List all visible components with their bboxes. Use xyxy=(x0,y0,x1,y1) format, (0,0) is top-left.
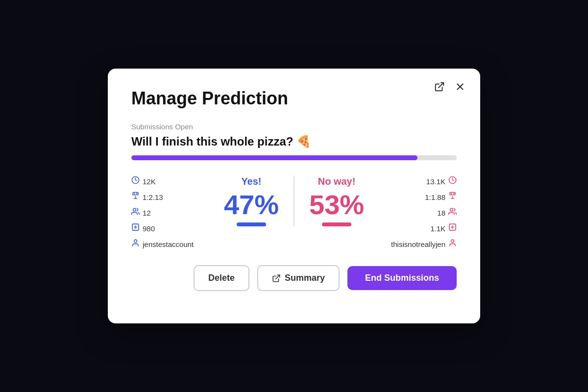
yes-submissions-row: 980 xyxy=(131,223,209,234)
progress-bar-fill xyxy=(131,155,417,160)
yes-topuser-value: jenstestaccount xyxy=(143,240,194,248)
delete-button[interactable]: Delete xyxy=(194,265,249,291)
end-submissions-button[interactable]: End Submissions xyxy=(347,266,457,290)
yes-vote-bar xyxy=(237,222,266,226)
no-points-row: 13.1K xyxy=(426,176,457,187)
action-buttons: Delete Summary End Submissions xyxy=(131,265,457,291)
status-label: Submissions Open xyxy=(131,122,457,131)
yes-ratio-row: 1:2.13 xyxy=(131,192,209,202)
person-yes-icon xyxy=(131,239,140,249)
no-topuser-row: thisisnotreallyjen xyxy=(391,239,457,249)
open-external-button[interactable] xyxy=(433,80,446,95)
clock-no-icon xyxy=(448,176,457,187)
yes-label: Yes! xyxy=(241,176,261,187)
no-submissions-row: 1.1K xyxy=(430,223,457,234)
svg-point-18 xyxy=(451,240,454,243)
no-users-row: 18 xyxy=(437,207,457,218)
no-vote-bar xyxy=(322,222,351,226)
no-submissions-value: 1.1K xyxy=(430,224,445,233)
close-button[interactable] xyxy=(454,80,466,95)
yes-points-row: 12K xyxy=(131,176,209,187)
yes-users-row: 12 xyxy=(131,207,209,218)
no-stats: 13.1K 1:1.88 18 xyxy=(379,176,457,249)
submissions-no-icon xyxy=(448,223,457,234)
modal-header-actions xyxy=(433,80,466,95)
yes-users-value: 12 xyxy=(143,209,151,217)
trophy-yes-icon xyxy=(131,192,140,202)
summary-button[interactable]: Summary xyxy=(257,265,340,291)
no-percent: 53% xyxy=(309,191,364,219)
svg-point-10 xyxy=(134,240,137,243)
no-ratio-row: 1:1.88 xyxy=(425,192,457,202)
yes-stats: 12K 1:2.13 12 xyxy=(131,176,209,249)
vote-center: Yes! 47% No way! 53% xyxy=(209,176,379,226)
svg-line-19 xyxy=(275,275,279,279)
users-yes-icon xyxy=(131,207,140,218)
progress-bar xyxy=(131,155,457,160)
users-no-icon xyxy=(448,207,457,218)
no-users-value: 18 xyxy=(437,209,445,217)
summary-label: Summary xyxy=(285,273,325,283)
manage-prediction-modal: Manage Prediction Submissions Open Will … xyxy=(108,69,480,323)
modal-overlay: Manage Prediction Submissions Open Will … xyxy=(0,0,588,392)
svg-point-6 xyxy=(133,208,136,211)
yes-submissions-value: 980 xyxy=(143,224,155,233)
no-vote-block: No way! 53% xyxy=(294,176,379,226)
trophy-no-icon xyxy=(448,192,457,202)
clock-icon xyxy=(131,176,140,187)
yes-percent: 47% xyxy=(224,191,279,219)
yes-ratio-value: 1:2.13 xyxy=(143,193,163,201)
submissions-yes-icon xyxy=(131,223,140,234)
yes-vote-block: Yes! 47% xyxy=(209,176,294,226)
yes-topuser-row: jenstestaccount xyxy=(131,239,209,249)
no-points-value: 13.1K xyxy=(426,177,445,186)
no-topuser-value: thisisnotreallyjen xyxy=(391,240,445,248)
modal-title: Manage Prediction xyxy=(131,88,457,109)
svg-line-0 xyxy=(439,83,443,88)
svg-point-14 xyxy=(450,208,453,211)
yes-points-value: 12K xyxy=(143,177,156,186)
no-ratio-value: 1:1.88 xyxy=(425,193,445,201)
question-text: Will I finish this whole pizza? 🍕 xyxy=(131,135,457,148)
no-label: No way! xyxy=(318,176,356,187)
person-no-icon xyxy=(448,239,457,249)
